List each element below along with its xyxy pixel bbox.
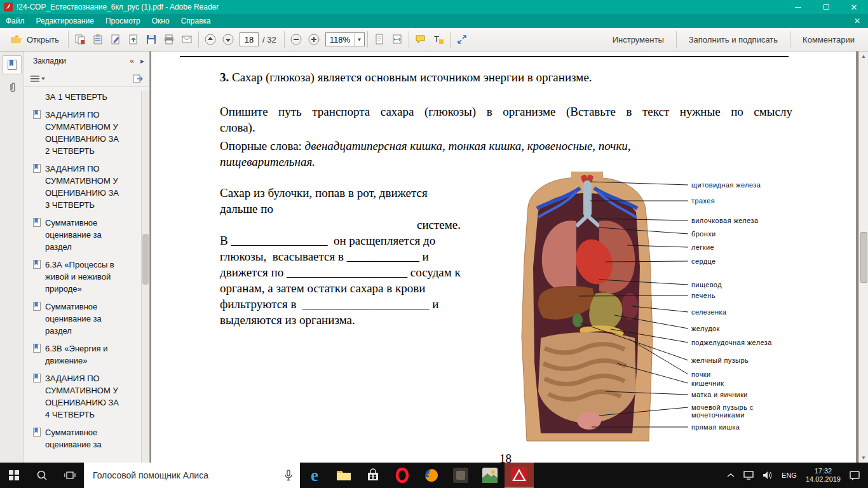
convert-icon bbox=[74, 34, 86, 45]
paperclip-icon bbox=[7, 82, 17, 93]
minimize-button[interactable] bbox=[784, 0, 812, 14]
zoom-level-select[interactable]: 118% ▼ bbox=[325, 32, 365, 46]
volume-tray-button[interactable] bbox=[758, 463, 777, 488]
bookmarks-icon bbox=[7, 59, 17, 71]
menu-item[interactable]: Просмотр bbox=[100, 14, 146, 28]
taskbar-app-button-2[interactable] bbox=[475, 463, 505, 488]
firefox-app-button[interactable] bbox=[417, 463, 446, 488]
email-button[interactable] bbox=[178, 30, 196, 48]
tools-button[interactable]: Инструменты bbox=[603, 35, 674, 44]
clock[interactable]: 17:3214.02.2019 bbox=[801, 463, 845, 488]
bookmark-item[interactable]: Суммативное оценивание за bbox=[33, 426, 140, 451]
horizontal-rule bbox=[180, 56, 789, 57]
single-page-view-button[interactable] bbox=[370, 30, 388, 48]
comments-button[interactable]: Комментарии bbox=[793, 35, 864, 44]
anatomy-label: бронхи bbox=[691, 230, 785, 238]
taskbar-app-button-1[interactable] bbox=[446, 463, 475, 488]
navigation-pane: Закладки « ▸ ЗА 1 ЧЕТВЕРТЬ bbox=[0, 51, 150, 463]
zoom-out-button[interactable] bbox=[287, 30, 305, 48]
language-indicator[interactable]: ENG bbox=[777, 463, 801, 488]
bookmarks-scrollbar-thumb[interactable] bbox=[142, 234, 149, 285]
tray-expand-button[interactable] bbox=[722, 463, 739, 488]
file-explorer-app-button[interactable] bbox=[329, 463, 358, 488]
document-scrollbar-thumb[interactable] bbox=[860, 232, 867, 283]
edge-icon: e bbox=[311, 467, 318, 484]
sign-button[interactable] bbox=[107, 30, 125, 48]
zoom-out-icon bbox=[290, 34, 302, 45]
menu-item[interactable]: Окно bbox=[146, 14, 175, 28]
bookmark-options-icon[interactable] bbox=[31, 75, 46, 83]
collapse-pane-icon[interactable]: « bbox=[130, 57, 134, 65]
fit-width-icon bbox=[391, 34, 403, 45]
page-number-input[interactable] bbox=[240, 32, 259, 46]
highlight-text-button[interactable]: T bbox=[430, 30, 447, 48]
bookmark-label: Суммативное оценивание за раздел bbox=[45, 301, 123, 337]
open-button[interactable]: Открыть bbox=[4, 30, 65, 48]
bookmarks-panel-button[interactable] bbox=[3, 55, 22, 74]
edge-app-button[interactable]: e bbox=[300, 463, 329, 488]
action-center-button[interactable] bbox=[845, 463, 864, 488]
open-label: Открыть bbox=[27, 35, 59, 44]
start-button[interactable] bbox=[0, 463, 28, 488]
next-page-button[interactable] bbox=[219, 30, 237, 48]
previous-page-button[interactable] bbox=[201, 30, 219, 48]
bookmark-item[interactable]: 6.3В «Энергия и движение» bbox=[33, 342, 140, 367]
clipboard-button[interactable] bbox=[89, 30, 107, 48]
bookmark-item[interactable]: Суммативное оценивание за раздел bbox=[33, 301, 140, 337]
fill-in-text-block: Сахар из булочки, попав в рот, движется … bbox=[220, 185, 461, 328]
microphone-icon[interactable] bbox=[283, 470, 294, 481]
bookmark-label: Суммативное оценивание за раздел bbox=[45, 217, 123, 253]
bookmark-item[interactable]: ЗАДАНИЯ ПО СУММАТИВНОМ У ОЦЕНИВАНИЮ ЗА 3… bbox=[33, 163, 140, 211]
panel-header: Закладки « ▸ bbox=[24, 51, 149, 71]
network-tray-button[interactable] bbox=[739, 463, 758, 488]
keywords-line1: двенадцатиперсная кишка, тонкая кишка, к… bbox=[305, 139, 631, 152]
task-view-button[interactable] bbox=[56, 463, 84, 488]
adobe-reader-app-button[interactable] bbox=[505, 463, 534, 488]
taskbar: Голосовой помощник Алиса e ENG 17:3214.0… bbox=[0, 463, 868, 488]
fill-line: дальше по bbox=[220, 201, 461, 217]
task-text: Сахар (глюкоза) является основным источн… bbox=[229, 71, 592, 84]
search-text: Голосовой помощник Алиса bbox=[93, 470, 283, 480]
windows-logo-icon bbox=[9, 470, 19, 480]
anatomy-label: матка и яичники bbox=[691, 391, 785, 398]
panel-menu-icon[interactable]: ▸ bbox=[140, 57, 144, 65]
attachments-panel-button[interactable] bbox=[3, 78, 22, 97]
bookmark-icon bbox=[33, 110, 41, 157]
close-icon: ✕ bbox=[851, 3, 858, 11]
taskbar-search-button[interactable] bbox=[28, 463, 56, 488]
bookmark-item[interactable]: ЗАДАНИЯ ПО СУММАТИВНОМ У ОЦЕНИВАНИЮ ЗА 4… bbox=[33, 372, 140, 421]
opera-app-button[interactable] bbox=[388, 463, 417, 488]
menu-item[interactable]: Файл bbox=[0, 14, 31, 28]
menu-item[interactable]: Справка bbox=[175, 14, 217, 28]
close-button[interactable]: ✕ bbox=[840, 0, 868, 14]
bookmarks-scrollbar[interactable] bbox=[141, 91, 149, 463]
voice-assistant-search[interactable]: Голосовой помощник Алиса bbox=[84, 463, 300, 488]
zoom-dropdown-arrow-icon[interactable]: ▼ bbox=[354, 33, 364, 46]
document-scrollbar[interactable]: ▲ ▼ bbox=[858, 51, 868, 463]
share-button[interactable] bbox=[125, 30, 142, 48]
scroll-down-icon[interactable]: ▼ bbox=[859, 453, 868, 463]
fit-width-button[interactable] bbox=[388, 30, 406, 48]
bookmark-item[interactable]: 6.3А «Процессы в живой и неживой природе… bbox=[33, 259, 140, 295]
convert-button[interactable] bbox=[71, 30, 89, 48]
menu-item[interactable]: Редактирование bbox=[31, 14, 100, 28]
zoom-in-button[interactable] bbox=[305, 30, 323, 48]
bookmark-item[interactable]: ЗА 1 ЧЕТВЕРТЬ bbox=[33, 91, 140, 103]
reading-mode-button[interactable] bbox=[453, 30, 471, 48]
scroll-up-icon[interactable]: ▲ bbox=[859, 51, 868, 61]
save-button[interactable] bbox=[142, 30, 160, 48]
restore-button[interactable] bbox=[812, 0, 840, 14]
print-button[interactable] bbox=[160, 30, 178, 48]
comment-button[interactable] bbox=[412, 30, 430, 48]
system-tray: ENG 17:3214.02.2019 bbox=[722, 463, 868, 488]
store-app-button[interactable] bbox=[358, 463, 388, 488]
bookmark-item[interactable]: ЗАДАНИЯ ПО СУММАТИВНОМ У ОЦЕНИВАНИЮ ЗА 2… bbox=[33, 109, 140, 157]
page-up-icon bbox=[205, 34, 216, 45]
keywords-label: Опорные слова: bbox=[220, 139, 305, 152]
document-close-button[interactable]: ✕ bbox=[846, 17, 868, 25]
page-down-icon bbox=[222, 34, 234, 45]
bookmark-item[interactable]: Суммативное оценивание за раздел bbox=[33, 217, 140, 253]
fill-sign-button[interactable]: Заполнить и подписать bbox=[679, 35, 787, 44]
anatomy-label: сердце bbox=[691, 257, 785, 265]
go-to-bookmark-icon[interactable] bbox=[133, 74, 143, 83]
